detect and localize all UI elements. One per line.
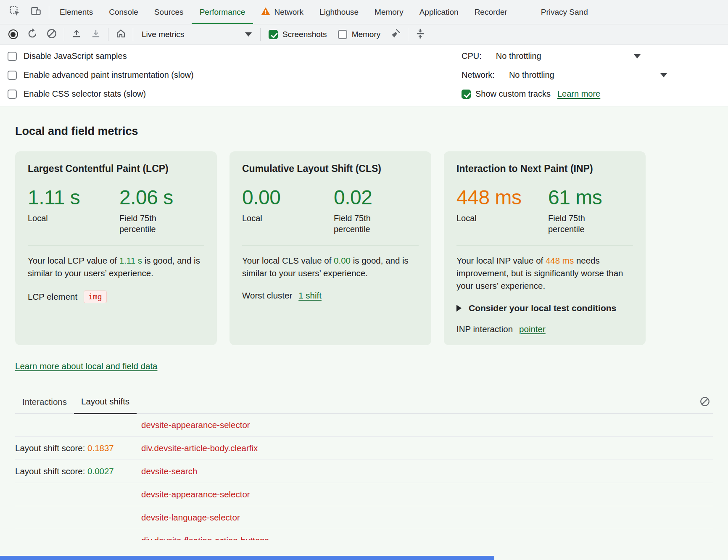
screenshots-checkbox[interactable]	[269, 30, 278, 39]
element-link[interactable]: devsite-search	[141, 466, 197, 476]
element-link[interactable]: div.devsite-floating-action-buttons	[141, 536, 269, 540]
inp-field-label: Field 75th percentile	[548, 213, 601, 235]
advanced-paint-checkbox[interactable]	[8, 71, 17, 80]
learn-more-local-field-link[interactable]: Learn more about local and field data	[15, 361, 157, 371]
record-and-reload-button[interactable]	[23, 26, 42, 43]
layout-shift-row[interactable]: devsite-appearance-selector	[15, 414, 713, 437]
custom-tracks-checkbox-group[interactable]: Show custom tracks	[462, 89, 551, 99]
layout-shift-row[interactable]: Layout shift score: 0.1837 div.devsite-a…	[15, 437, 713, 460]
inspect-element-button[interactable]	[4, 0, 25, 24]
live-metrics-view: Local and field metrics Largest Contentf…	[0, 106, 728, 560]
inp-local-label: Local	[456, 213, 548, 224]
home-icon	[115, 28, 127, 41]
css-selector-stats-checkbox[interactable]	[8, 90, 17, 99]
layout-shift-row[interactable]: Layout shift score: 0.0027 devsite-searc…	[15, 460, 713, 483]
layout-shift-row[interactable]: devsite-language-selector	[15, 506, 713, 529]
metrics-heading: Local and field metrics	[15, 106, 713, 138]
toolbar-separator	[108, 28, 108, 41]
advanced-paint-row[interactable]: Enable advanced paint instrumentation (s…	[8, 66, 194, 85]
layout-shift-row[interactable]: devsite-appearance-selector	[15, 483, 713, 506]
record-button[interactable]	[3, 26, 23, 43]
record-icon	[8, 29, 18, 39]
lcp-element-link[interactable]: img	[84, 291, 107, 303]
clear-button[interactable]	[42, 26, 61, 43]
screenshots-checkbox-group[interactable]: Screenshots	[263, 30, 332, 39]
inp-local-group: 448 ms Local	[456, 187, 548, 235]
cpu-throttling-select[interactable]: No throttling	[496, 51, 641, 61]
lcp-card-title: Largest Contentful Paint (LCP)	[28, 163, 204, 174]
element-link[interactable]: devsite-appearance-selector	[141, 420, 250, 430]
learn-more-link[interactable]: Learn more	[557, 89, 600, 99]
css-selector-stats-label: Enable CSS selector stats (slow)	[24, 89, 146, 99]
memory-checkbox[interactable]	[338, 30, 347, 39]
inspect-icon	[9, 5, 21, 18]
tab-performance[interactable]: Performance	[192, 0, 253, 24]
chevron-down-icon	[660, 73, 667, 77]
field-data-setup-button[interactable]	[111, 26, 130, 43]
tab-lighthouse[interactable]: Lighthouse	[311, 0, 367, 24]
inp-interaction-link[interactable]: pointer	[519, 324, 546, 334]
css-selector-stats-row[interactable]: Enable CSS selector stats (slow)	[8, 85, 194, 103]
element-link[interactable]: div.devsite-article-body.clearfix	[141, 443, 258, 453]
collapse-panel-button[interactable]	[411, 26, 430, 43]
disable-js-samples-label: Disable JavaScript samples	[24, 51, 127, 61]
custom-tracks-label: Show custom tracks	[475, 89, 551, 99]
network-throttling-select[interactable]: No throttling	[509, 70, 667, 80]
toolbar-separator	[408, 28, 408, 41]
chevron-down-icon	[634, 54, 641, 58]
tab-privacy-sandbox[interactable]: Privacy Sand	[533, 0, 596, 24]
toolbar-separator	[64, 28, 64, 41]
arrows-to-line-icon	[415, 28, 426, 41]
tab-application[interactable]: Application	[411, 0, 467, 24]
lcp-card: Largest Contentful Paint (LCP) 1.11 s Lo…	[15, 151, 217, 345]
layout-shift-row[interactable]: div.devsite-floating-action-buttons	[15, 529, 713, 540]
inp-interaction-label: INP interaction	[456, 324, 513, 334]
expand-triangle-icon	[456, 305, 462, 312]
worst-cluster-link[interactable]: 1 shift	[298, 291, 322, 301]
element-link[interactable]: devsite-appearance-selector	[141, 489, 250, 499]
toolbar-separator	[260, 28, 261, 41]
chevron-down-icon	[245, 32, 252, 37]
clear-log-button[interactable]	[699, 396, 710, 409]
horizontal-scrollbar-thumb[interactable]	[0, 556, 494, 560]
save-profile-button[interactable]	[86, 26, 106, 43]
tab-memory[interactable]: Memory	[367, 0, 411, 24]
tab-recorder[interactable]: Recorder	[467, 0, 515, 24]
layout-shift-list: devsite-appearance-selector Layout shift…	[15, 414, 713, 540]
reload-icon	[27, 28, 38, 41]
disable-js-samples-row[interactable]: Disable JavaScript samples	[8, 47, 194, 66]
cls-card-title: Cumulative Layout Shift (CLS)	[242, 163, 419, 174]
load-profile-button[interactable]	[67, 26, 86, 43]
tab-sources[interactable]: Sources	[146, 0, 192, 24]
performance-settings: Disable JavaScript samples Enable advanc…	[0, 45, 728, 106]
tab-console[interactable]: Console	[101, 0, 146, 24]
tab-layout-shifts[interactable]: Layout shifts	[74, 391, 137, 414]
cls-description: Your local CLS value of 0.00 is good, an…	[242, 246, 419, 279]
tab-network[interactable]: Network	[253, 0, 311, 24]
inp-footer: INP interaction pointer	[456, 324, 633, 334]
local-test-conditions-expander[interactable]: Consider your local test conditions	[456, 303, 633, 313]
device-toolbar-button[interactable]	[25, 0, 46, 24]
inp-field-value: 61 ms	[548, 187, 602, 208]
memory-label: Memory	[352, 30, 381, 39]
metric-cards: Largest Contentful Paint (LCP) 1.11 s Lo…	[15, 151, 713, 345]
custom-tracks-checkbox[interactable]	[462, 90, 471, 99]
memory-checkbox-group[interactable]: Memory	[332, 30, 386, 39]
collect-garbage-button[interactable]	[386, 26, 405, 43]
tab-elements[interactable]: Elements	[52, 0, 101, 24]
toolbar-separator	[133, 28, 133, 41]
device-toolbar-icon	[30, 5, 42, 18]
inp-inline-value: 448 ms	[546, 256, 574, 265]
cls-local-label: Local	[242, 213, 334, 224]
lcp-description: Your local LCP value of 1.11 s is good, …	[28, 246, 204, 279]
live-metrics-select[interactable]: Live metrics	[136, 26, 258, 43]
inp-field-group: 61 ms Field 75th percentile	[548, 187, 602, 235]
cpu-label: CPU:	[462, 51, 482, 61]
tab-interactions[interactable]: Interactions	[15, 392, 74, 413]
disable-js-samples-checkbox[interactable]	[8, 52, 17, 61]
worst-cluster-label: Worst cluster	[242, 291, 292, 301]
element-link[interactable]: devsite-language-selector	[141, 512, 240, 523]
shift-score-value: 0.1837	[87, 443, 114, 453]
lcp-values: 1.11 s Local 2.06 s Field 75th percentil…	[28, 187, 204, 235]
inp-card-title: Interaction to Next Paint (INP)	[456, 163, 633, 174]
